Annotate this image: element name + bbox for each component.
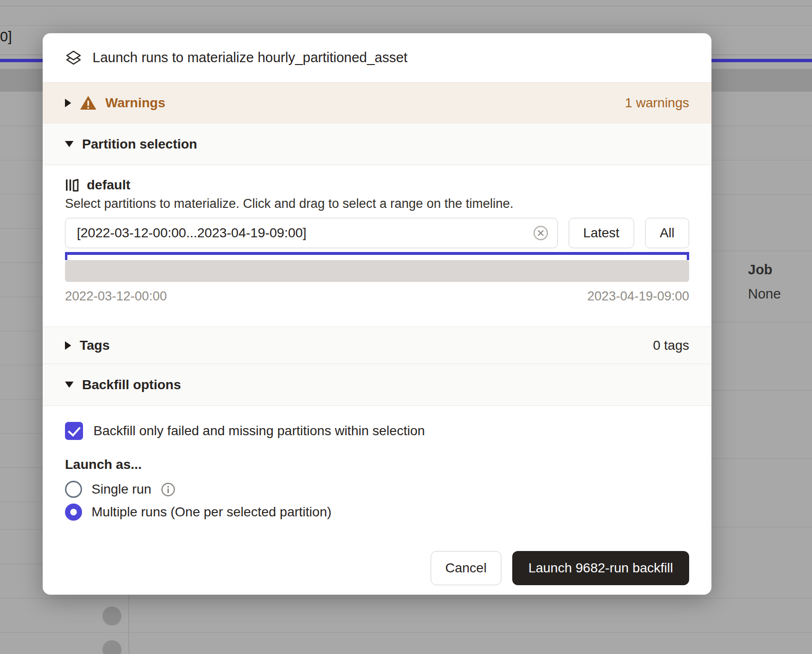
table-row-divider	[711, 390, 812, 391]
backfill-options-section-header[interactable]: Backfill options	[43, 364, 711, 406]
chevron-down-icon	[65, 382, 74, 388]
tags-label: Tags	[80, 338, 110, 353]
warnings-label: Warnings	[105, 95, 166, 111]
table-row-divider	[0, 598, 812, 598]
multiple-runs-label: Multiple runs (One per selected partitio…	[92, 505, 332, 520]
backfill-options-content: Backfill only failed and missing partiti…	[43, 406, 711, 595]
table-row-divider	[0, 365, 43, 365]
timeline-end-label: 2023-04-19-09:00	[587, 289, 689, 304]
single-run-option: Single run	[65, 481, 689, 498]
single-run-label: Single run	[92, 482, 151, 497]
warnings-section-header[interactable]: Warnings 1 warnings	[43, 82, 711, 123]
chevron-right-icon	[65, 99, 71, 107]
multiple-runs-option: Multiple runs (One per selected partitio…	[65, 504, 689, 521]
dialog-footer: Cancel Launch 9682-run backfill	[65, 551, 689, 595]
table-row-divider	[0, 297, 43, 297]
status-dot	[102, 607, 121, 626]
chevron-right-icon	[65, 341, 71, 350]
backfill-failed-missing-checkbox[interactable]	[65, 422, 83, 440]
table-row-divider	[711, 458, 812, 459]
backfill-failed-missing-label: Backfill only failed and missing partiti…	[93, 423, 425, 439]
info-icon[interactable]	[161, 482, 175, 497]
table-row-divider	[711, 251, 812, 251]
partition-instruction: Select partitions to materialize. Click …	[65, 196, 689, 211]
timeline-start-label: 2022-03-12-00:00	[65, 289, 167, 304]
clear-input-icon[interactable]	[532, 224, 549, 242]
table-row-divider	[0, 433, 43, 434]
table-row-divider	[0, 228, 43, 229]
partition-selection-content: default Select partitions to materialize…	[43, 165, 711, 327]
partition-dimension-row: default	[65, 178, 689, 193]
table-column-divider	[129, 595, 129, 654]
timeline-selection-bracket[interactable]	[65, 252, 689, 255]
dialog-title: Launch runs to materialize hourly_partit…	[92, 50, 407, 65]
table-row-divider	[711, 126, 812, 126]
tags-count: 0 tags	[653, 338, 689, 353]
timeline-labels: 2022-03-12-00:00 2023-04-19-09:00	[65, 289, 689, 304]
background-divider	[0, 6, 812, 6]
table-row-divider	[0, 632, 812, 633]
table-row-divider	[711, 322, 812, 322]
table-row-divider	[711, 194, 812, 195]
table-row-divider	[0, 160, 43, 160]
single-run-radio[interactable]	[65, 481, 82, 498]
warning-triangle-icon	[80, 95, 97, 111]
launch-as-label: Launch as...	[65, 457, 689, 472]
partition-range-field	[65, 218, 558, 248]
tags-section-header[interactable]: Tags 0 tags	[43, 327, 711, 364]
latest-button[interactable]: Latest	[569, 218, 634, 248]
launch-backfill-dialog: Launch runs to materialize hourly_partit…	[43, 33, 711, 595]
table-row-divider	[0, 262, 43, 263]
partition-selection-section-header[interactable]: Partition selection	[43, 123, 711, 165]
dialog-header: Launch runs to materialize hourly_partit…	[43, 33, 711, 82]
table-row-divider	[0, 194, 43, 195]
job-column-value: None	[748, 286, 781, 302]
background-divider	[0, 25, 812, 26]
job-column-header: Job	[748, 262, 781, 278]
multiple-runs-radio[interactable]	[65, 504, 82, 521]
partition-selection-label: Partition selection	[82, 137, 197, 152]
table-row-divider	[711, 160, 812, 160]
partition-input-row: Latest All	[65, 218, 689, 248]
partition-range-input[interactable]	[65, 218, 558, 248]
backfill-options-label: Backfill options	[82, 377, 181, 392]
table-row-divider	[0, 467, 43, 468]
chevron-down-icon	[65, 141, 74, 147]
table-row-divider	[711, 527, 812, 527]
screen: 0] Job None La	[0, 0, 812, 654]
partition-timeline[interactable]	[65, 260, 689, 282]
materialize-layers-icon	[65, 49, 82, 67]
launch-backfill-button[interactable]: Launch 9682-run backfill	[512, 551, 689, 585]
partition-icon	[65, 178, 79, 192]
backfill-failed-missing-row: Backfill only failed and missing partiti…	[65, 422, 689, 440]
warnings-count: 1 warnings	[625, 95, 689, 111]
background-partial-input-text: 0]	[0, 28, 12, 45]
table-row-divider	[0, 399, 43, 400]
status-dot	[102, 640, 121, 654]
table-row-divider	[0, 331, 43, 331]
cancel-button[interactable]: Cancel	[431, 551, 501, 585]
partition-dimension-name: default	[87, 178, 130, 193]
all-button[interactable]: All	[645, 218, 689, 248]
table-row-divider	[0, 126, 43, 126]
background-job-cell: Job None	[748, 262, 781, 302]
table-row-divider	[0, 502, 43, 502]
